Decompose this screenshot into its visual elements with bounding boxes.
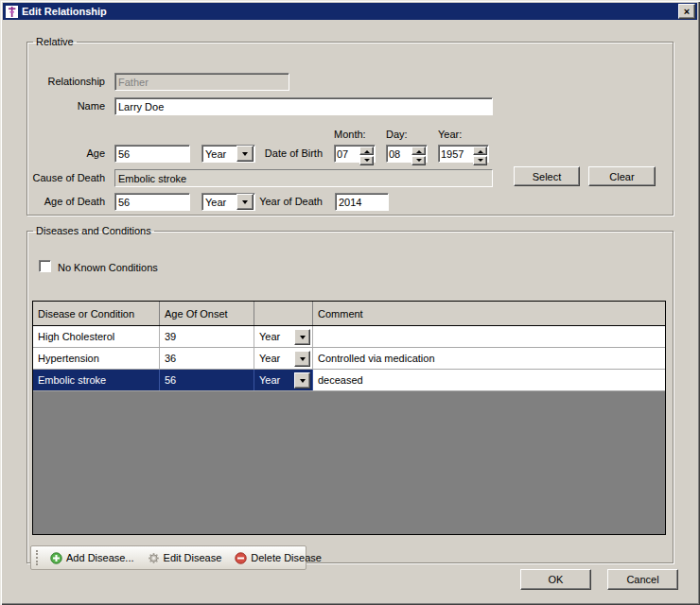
cause-of-death-label: Cause of Death xyxy=(27,172,110,185)
triangle-down-icon xyxy=(416,159,422,164)
age-of-onset-cell: 56 xyxy=(160,370,254,390)
add-disease-button[interactable]: Add Disease... xyxy=(44,550,141,566)
dob-month-spinner[interactable] xyxy=(334,145,376,163)
clear-button-label: Clear xyxy=(609,171,634,182)
dob-month-label: Month: xyxy=(334,129,366,142)
triangle-down-icon xyxy=(478,159,483,164)
spin-down-button[interactable] xyxy=(411,156,426,165)
dob-year-label: Year: xyxy=(438,129,462,142)
relationship-label: Relationship xyxy=(27,76,110,89)
comment-cell xyxy=(313,326,665,347)
close-button[interactable]: × xyxy=(678,4,695,19)
unit-dropdown-button[interactable] xyxy=(294,372,310,389)
dob-year-spin-buttons xyxy=(473,147,487,161)
comment-cell: Controlled via medication xyxy=(313,348,665,369)
disease-row-selected[interactable]: Embolic stroke 56 Year deceased xyxy=(33,370,665,391)
age-of-onset-cell: 36 xyxy=(160,348,254,369)
unit-cell: Year xyxy=(254,348,313,369)
unit-value: Year xyxy=(259,374,280,386)
select-button-label: Select xyxy=(533,171,562,182)
column-header-age-of-onset: Age Of Onset xyxy=(160,302,254,325)
disease-grid-header: Disease or Condition Age Of Onset Commen… xyxy=(33,302,665,326)
unit-value: Year xyxy=(259,331,280,342)
year-of-death-field[interactable] xyxy=(335,193,389,211)
age-of-death-field[interactable] xyxy=(114,193,190,211)
delete-disease-label: Delete Disease xyxy=(251,552,322,563)
add-disease-label: Add Disease... xyxy=(66,552,134,563)
relative-group-label: Relative xyxy=(33,36,77,47)
spin-up-button[interactable] xyxy=(411,147,426,155)
chevron-down-icon xyxy=(300,379,306,386)
dob-month-field[interactable] xyxy=(335,146,359,162)
age-of-onset-cell: 39 xyxy=(160,326,254,347)
title-bar: Edit Relationship × xyxy=(3,3,697,20)
gear-icon xyxy=(148,552,160,564)
dob-day-field[interactable] xyxy=(387,146,411,162)
edit-relationship-dialog: Edit Relationship × Relative Relationshi… xyxy=(0,0,700,605)
triangle-up-icon xyxy=(364,147,370,153)
triangle-up-icon xyxy=(416,147,422,153)
age-of-death-label: Age of Death xyxy=(27,196,110,209)
spin-up-button[interactable] xyxy=(473,147,487,155)
disease-cell: Hypertension xyxy=(33,348,160,369)
name-label: Name xyxy=(27,100,110,113)
delete-icon xyxy=(235,552,247,564)
triangle-down-icon xyxy=(364,159,370,164)
dob-year-spinner[interactable] xyxy=(438,145,489,163)
unit-cell: Year xyxy=(254,326,313,347)
spin-down-button[interactable] xyxy=(359,156,374,165)
spin-up-button[interactable] xyxy=(359,147,374,155)
diseases-group-label: Diseases and Conditions xyxy=(33,225,154,236)
chevron-down-icon xyxy=(300,357,306,364)
close-icon: × xyxy=(684,7,690,17)
ok-button[interactable]: OK xyxy=(520,569,591,590)
add-icon xyxy=(50,552,62,564)
dob-day-spin-buttons xyxy=(411,147,426,161)
relationship-field xyxy=(114,73,289,91)
dob-month-spin-buttons xyxy=(359,147,374,161)
diseases-group: Diseases and Conditions No Known Conditi… xyxy=(26,225,674,563)
chevron-down-icon xyxy=(300,336,306,342)
disease-toolbar: Add Disease... Edit Disease xyxy=(30,545,306,570)
column-header-comment: Comment xyxy=(313,302,665,325)
disease-cell: Embolic stroke xyxy=(33,370,160,390)
dob-year-field[interactable] xyxy=(439,146,472,162)
unit-value: Year xyxy=(259,353,280,364)
no-known-conditions-checkbox[interactable] xyxy=(39,260,51,272)
cause-of-death-field xyxy=(114,169,493,187)
dob-day-label: Day: xyxy=(386,129,408,142)
cancel-button[interactable]: Cancel xyxy=(607,569,678,590)
year-of-death-label: Year of Death xyxy=(233,196,327,209)
triangle-up-icon xyxy=(478,147,483,153)
ok-button-label: OK xyxy=(549,574,564,585)
dob-label: Date of Birth xyxy=(233,147,327,161)
delete-disease-button[interactable]: Delete Disease xyxy=(228,550,328,566)
cancel-button-label: Cancel xyxy=(626,574,658,585)
clear-button[interactable]: Clear xyxy=(588,166,656,186)
window-title: Edit Relationship xyxy=(22,6,678,17)
family-tree-app-icon xyxy=(6,6,18,18)
no-known-conditions-label: No Known Conditions xyxy=(58,262,158,275)
disease-grid: Disease or Condition Age Of Onset Commen… xyxy=(32,301,666,535)
dob-day-spinner[interactable] xyxy=(386,145,428,163)
edit-disease-button[interactable]: Edit Disease xyxy=(141,550,229,566)
unit-dropdown-button[interactable] xyxy=(294,351,310,367)
unit-dropdown-button[interactable] xyxy=(294,329,310,345)
age-unit-value: Year xyxy=(202,148,236,160)
age-field[interactable] xyxy=(114,145,190,163)
comment-cell: deceased xyxy=(313,370,665,390)
select-button[interactable]: Select xyxy=(514,166,580,186)
relative-group: Relative Relationship Name Month: Day: Y… xyxy=(26,36,674,216)
edit-disease-label: Edit Disease xyxy=(164,552,222,563)
spin-down-button[interactable] xyxy=(473,156,487,165)
disease-cell: High Cholesterol xyxy=(33,326,160,347)
disease-row[interactable]: High Cholesterol 39 Year xyxy=(33,326,665,348)
unit-cell: Year xyxy=(254,370,313,390)
age-label: Age xyxy=(27,147,110,161)
name-field[interactable] xyxy=(114,97,493,115)
age-of-death-unit-value: Year xyxy=(202,197,236,208)
toolbar-grip-handle[interactable] xyxy=(36,550,38,565)
disease-row[interactable]: Hypertension 36 Year Controlled via medi… xyxy=(33,348,665,370)
column-header-disease: Disease or Condition xyxy=(33,302,160,325)
column-header-unit xyxy=(254,302,313,325)
